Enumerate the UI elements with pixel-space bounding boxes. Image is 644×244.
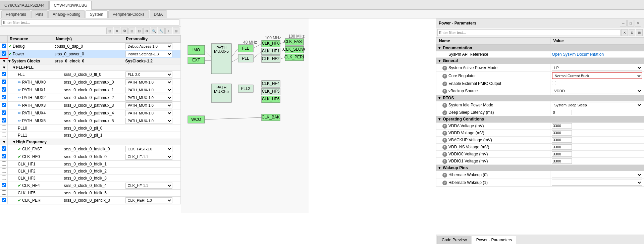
param-input[interactable] bbox=[552, 137, 572, 143]
row-checkbox[interactable] bbox=[2, 161, 6, 166]
row-checkbox[interactable] bbox=[2, 87, 6, 92]
check-cell[interactable] bbox=[0, 71, 8, 79]
help-icon[interactable]: ? bbox=[442, 181, 447, 185]
row-checkbox[interactable] bbox=[2, 103, 6, 107]
param-value-cell[interactable] bbox=[550, 171, 644, 179]
resource-personality[interactable]: PATH_MUX-1.0 bbox=[124, 102, 180, 109]
row-checkbox[interactable] bbox=[2, 44, 6, 48]
check-cell[interactable] bbox=[0, 168, 8, 175]
right-clear-btn[interactable]: ✕ bbox=[621, 29, 628, 36]
personality-select[interactable]: CLK_HF-1.1 bbox=[125, 183, 172, 189]
help-icon[interactable]: ? bbox=[442, 152, 447, 157]
table-row[interactable]: ✔CLK_HF4 srss_0_clock_0_hfclk_4 CLK_HF-1… bbox=[0, 182, 181, 190]
table-row[interactable]: ▾ ▾ System Clocks srss_0_clock_0 SysCloc… bbox=[0, 58, 181, 64]
tools-btn[interactable]: 🔧 bbox=[158, 28, 165, 34]
nav-tab-1[interactable]: Pins bbox=[31, 10, 48, 18]
row-checkbox[interactable] bbox=[2, 51, 6, 56]
param-value-cell[interactable] bbox=[550, 179, 644, 187]
copy-btn[interactable]: ⧉ bbox=[121, 28, 128, 34]
bottom-tab-0[interactable]: Code Preview bbox=[437, 236, 471, 244]
param-input[interactable] bbox=[552, 130, 572, 136]
check-cell[interactable] bbox=[0, 94, 8, 102]
param-value-cell[interactable]: Normal Current BuckMinimum Current BuckL… bbox=[550, 72, 644, 80]
device-tab-0[interactable]: CY8C624ABZI-S2D44 bbox=[0, 1, 49, 9]
help-icon[interactable]: ? bbox=[442, 173, 447, 178]
resource-personality[interactable]: Power Settings-1.3 bbox=[124, 50, 180, 58]
resource-personality[interactable]: PATH_MUX-1.0 bbox=[124, 86, 180, 94]
help-icon[interactable]: ? bbox=[442, 138, 447, 143]
nav-tab-2[interactable]: Analog-Routing bbox=[48, 10, 85, 18]
table-row[interactable]: CLK_HF1 srss_0_clock_0_hfclk_1 bbox=[0, 161, 181, 168]
param-value-cell[interactable] bbox=[550, 123, 644, 130]
help-icon[interactable]: ? bbox=[442, 110, 447, 115]
resource-personality[interactable]: CLK_HF-1.1 bbox=[124, 182, 180, 190]
group-expand[interactable]: ▾ FLL+PLL bbox=[13, 65, 34, 70]
personality-select[interactable]: PATH_MUX-1.0 bbox=[125, 79, 172, 85]
table-row[interactable]: CLK_HF2 srss_0_clock_0_hfclk_2 bbox=[0, 168, 181, 175]
row-checkbox[interactable] bbox=[2, 198, 6, 202]
table-row[interactable]: PLL0 srss_0_clock_0_pll_0 bbox=[0, 125, 181, 132]
table-row[interactable]: ✏PATH_MUX0 srss_0_clock_0_pathmux_0 PATH… bbox=[0, 79, 181, 86]
table-row[interactable]: PLL1 srss_0_clock_0_pll_1 bbox=[0, 132, 181, 139]
close-panel-btn[interactable]: ✕ bbox=[635, 20, 641, 27]
param-value-cell[interactable]: System Deep SleepCPU SleepActive bbox=[550, 101, 644, 109]
grid-btn[interactable]: ⊞ bbox=[173, 28, 179, 34]
nav-tab-5[interactable]: DMA bbox=[150, 10, 167, 18]
check-cell[interactable] bbox=[0, 117, 8, 125]
check-cell[interactable] bbox=[0, 125, 8, 132]
table-row[interactable]: ✔CLK_FAST srss_0_clock_0_fastclk_0 CLK_F… bbox=[0, 145, 181, 153]
check-cell[interactable] bbox=[0, 182, 8, 190]
section-header[interactable]: ▾ Documentation bbox=[436, 45, 644, 51]
resource-personality[interactable]: PATH_MUX-1.0 bbox=[124, 117, 180, 125]
resource-personality[interactable]: Debug Access-1.0 bbox=[124, 43, 180, 50]
personality-select[interactable]: Debug Access-1.0 bbox=[125, 43, 172, 49]
row-checkbox[interactable] bbox=[2, 95, 6, 99]
expand-icon[interactable]: ▾ bbox=[3, 59, 5, 63]
check-cell[interactable] bbox=[0, 145, 8, 153]
personality-select[interactable]: CLK_FAST-1.0 bbox=[125, 146, 172, 152]
personality-select[interactable]: PATH_MUX-1.0 bbox=[125, 87, 172, 93]
nav-tab-0[interactable]: Peripherals bbox=[1, 10, 31, 18]
section-arrow[interactable]: ▾ bbox=[438, 165, 440, 170]
resource-personality[interactable]: CLK_HF-1.1 bbox=[124, 153, 180, 161]
right-settings-btn[interactable]: ⚙ bbox=[629, 29, 635, 36]
resource-personality[interactable]: CLK_FAST-1.0 bbox=[124, 145, 180, 153]
row-checkbox[interactable] bbox=[2, 154, 6, 158]
param-select[interactable] bbox=[552, 180, 642, 186]
row-checkbox[interactable] bbox=[2, 183, 6, 187]
help-icon[interactable]: ? bbox=[442, 124, 447, 129]
param-checkbox[interactable] bbox=[552, 81, 556, 85]
param-value-cell[interactable] bbox=[550, 130, 644, 137]
personality-select[interactable]: CLK_PERI-1.0 bbox=[125, 197, 172, 203]
section-arrow[interactable]: ▾ bbox=[438, 117, 440, 121]
resource-name[interactable]: ▾ FLL+PLL bbox=[8, 64, 54, 71]
check-cell[interactable] bbox=[0, 43, 8, 50]
param-value-cell[interactable] bbox=[550, 144, 644, 151]
param-value-cell[interactable] bbox=[550, 158, 644, 165]
param-value-cell[interactable]: LPULPHP bbox=[550, 64, 644, 72]
section-header[interactable]: ▾ RTOS bbox=[436, 95, 644, 101]
section-arrow[interactable]: ▾ bbox=[438, 58, 440, 63]
settings-btn[interactable]: ⚙ bbox=[143, 28, 150, 34]
search-btn[interactable]: 🔍 bbox=[151, 28, 157, 34]
help-icon[interactable]: ? bbox=[442, 66, 447, 70]
param-input[interactable] bbox=[552, 158, 572, 164]
check-cell[interactable] bbox=[0, 86, 8, 94]
row-checkbox[interactable] bbox=[2, 190, 6, 195]
check-cell[interactable] bbox=[0, 190, 8, 197]
section-arrow[interactable]: ▾ bbox=[438, 46, 440, 50]
plus-btn[interactable]: + bbox=[165, 28, 172, 34]
table-row[interactable]: CLK_HF3 srss_0_clock_0_hfclk_3 bbox=[0, 175, 181, 182]
param-input[interactable] bbox=[552, 144, 572, 150]
param-select[interactable] bbox=[552, 172, 642, 178]
section-header[interactable]: ▾ Wakeup Pins bbox=[436, 165, 644, 171]
resource-personality[interactable]: PATH_MUX-1.0 bbox=[124, 79, 180, 86]
table-row[interactable]: FLL srss_0_clock_0_fll_0 FLL-2.0 bbox=[0, 71, 181, 79]
minimize-btn[interactable]: ─ bbox=[620, 20, 627, 27]
row-checkbox[interactable] bbox=[2, 126, 6, 130]
help-icon[interactable]: ? bbox=[442, 103, 447, 108]
param-input[interactable] bbox=[552, 110, 572, 115]
help-icon[interactable]: ? bbox=[442, 145, 447, 150]
help-icon[interactable]: ? bbox=[442, 74, 447, 79]
check-cell[interactable] bbox=[0, 79, 8, 86]
